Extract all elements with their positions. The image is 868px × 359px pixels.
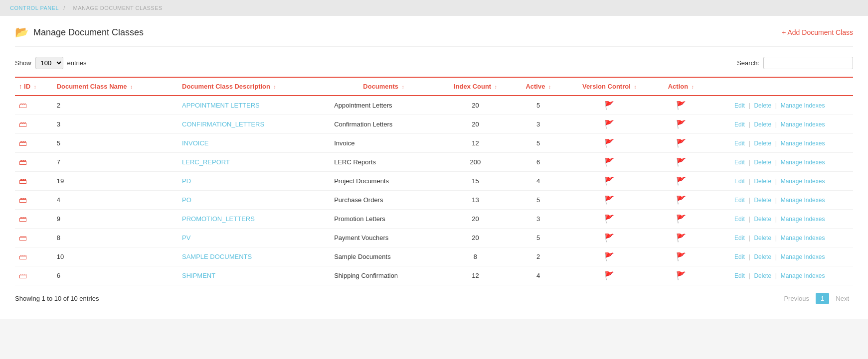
doc-class-name-link[interactable]: CONFIRMATION_LETTERS bbox=[182, 120, 264, 128]
cell-action: Edit | Delete | Manage Indexes bbox=[706, 266, 854, 285]
edit-link[interactable]: Edit bbox=[734, 272, 745, 279]
edit-link[interactable]: Edit bbox=[734, 159, 745, 166]
sort-active-icon: ↕ bbox=[548, 84, 551, 90]
page-header: 📂 Manage Document Classes + Add Document… bbox=[15, 26, 853, 47]
doc-class-name-link[interactable]: LERC_REPORT bbox=[182, 158, 230, 166]
table-row: 🗃4POPurchase Orders135🚩🚩 Edit | Delete |… bbox=[15, 191, 853, 210]
breadcrumb-current: MANAGE DOCUMENT CLASSES bbox=[73, 5, 162, 11]
sep1: | bbox=[748, 196, 750, 204]
edit-link[interactable]: Edit bbox=[734, 253, 745, 260]
sort-docs-icon: ↕ bbox=[402, 84, 404, 90]
cell-id: 4 bbox=[53, 191, 178, 210]
delete-link[interactable]: Delete bbox=[754, 272, 771, 279]
manage-indexes-link[interactable]: Manage Indexes bbox=[781, 216, 825, 223]
col-header-documents[interactable]: Documents ↕ bbox=[330, 77, 437, 96]
edit-link[interactable]: Edit bbox=[734, 216, 745, 223]
col-header-active[interactable]: Active ↕ bbox=[514, 77, 563, 96]
entries-select[interactable]: 10 25 50 100 bbox=[35, 57, 63, 69]
edit-link[interactable]: Edit bbox=[734, 235, 745, 241]
doc-class-name-link[interactable]: SHIPMENT bbox=[182, 272, 215, 279]
next-page-button[interactable]: Next bbox=[832, 293, 853, 304]
table-row: 🗃5INVOICEInvoice125🚩🚩 Edit | Delete | Ma… bbox=[15, 134, 853, 153]
search-input[interactable] bbox=[763, 57, 853, 69]
doc-class-name-link[interactable]: PO bbox=[182, 196, 191, 204]
delete-link[interactable]: Delete bbox=[754, 121, 771, 128]
sep2: | bbox=[775, 177, 777, 185]
delete-link[interactable]: Delete bbox=[754, 102, 771, 109]
version-control-flag-icon: 🚩 bbox=[676, 176, 686, 186]
edit-link[interactable]: Edit bbox=[734, 102, 745, 109]
edit-link[interactable]: Edit bbox=[734, 140, 745, 147]
col-header-index-count[interactable]: Index Count ↕ bbox=[437, 77, 514, 96]
table-row: 🗃10SAMPLE DOCUMENTSSample Documents82🚩🚩 … bbox=[15, 247, 853, 266]
cell-index-count: 5 bbox=[514, 229, 563, 247]
version-control-flag-icon: 🚩 bbox=[676, 101, 686, 110]
active-flag-icon: 🚩 bbox=[604, 233, 614, 242]
manage-indexes-link[interactable]: Manage Indexes bbox=[781, 235, 825, 241]
manage-indexes-link[interactable]: Manage Indexes bbox=[781, 197, 825, 204]
cell-description: Payment Vouchers bbox=[330, 229, 437, 247]
page-1-button[interactable]: 1 bbox=[816, 293, 829, 304]
sort-name-icon: ↕ bbox=[130, 84, 133, 90]
cell-id: 3 bbox=[53, 115, 178, 134]
sep1: | bbox=[748, 272, 750, 279]
doc-class-name-link[interactable]: PROMOTION_LETTERS bbox=[182, 215, 255, 223]
col-header-description[interactable]: Document Class Description ↕ bbox=[178, 77, 330, 96]
cell-index-count: 5 bbox=[514, 191, 563, 210]
manage-indexes-link[interactable]: Manage Indexes bbox=[781, 159, 825, 166]
col-header-version-control[interactable]: Version Control ↕ bbox=[563, 77, 656, 96]
delete-link[interactable]: Delete bbox=[754, 178, 771, 185]
active-flag-icon: 🚩 bbox=[604, 138, 614, 148]
db-icon: 🗃 bbox=[19, 215, 27, 223]
cell-documents: 13 bbox=[437, 191, 514, 210]
cell-description: Promotion Letters bbox=[330, 210, 437, 229]
col-header-name[interactable]: Document Class Name ↕ bbox=[53, 77, 178, 96]
previous-page-button[interactable]: Previous bbox=[780, 293, 813, 304]
manage-indexes-link[interactable]: Manage Indexes bbox=[781, 140, 825, 147]
edit-link[interactable]: Edit bbox=[734, 121, 745, 128]
cell-documents: 20 bbox=[437, 115, 514, 134]
edit-link[interactable]: Edit bbox=[734, 178, 745, 185]
cell-id: 19 bbox=[53, 172, 178, 191]
table-header-row: ↑ ID ↕ Document Class Name ↕ Document Cl… bbox=[15, 77, 853, 96]
cell-action: Edit | Delete | Manage Indexes bbox=[706, 115, 854, 134]
cell-index-count: 5 bbox=[514, 96, 563, 115]
delete-link[interactable]: Delete bbox=[754, 197, 771, 204]
manage-indexes-link[interactable]: Manage Indexes bbox=[781, 178, 825, 185]
manage-indexes-link[interactable]: Manage Indexes bbox=[781, 272, 825, 279]
doc-class-name-link[interactable]: PV bbox=[182, 234, 190, 241]
main-content: 📂 Manage Document Classes + Add Document… bbox=[0, 16, 868, 319]
doc-class-name-link[interactable]: PD bbox=[182, 177, 191, 185]
cell-action: Edit | Delete | Manage Indexes bbox=[706, 210, 854, 229]
breadcrumb-home[interactable]: CONTROL PANEL bbox=[10, 5, 59, 11]
manage-indexes-link[interactable]: Manage Indexes bbox=[781, 253, 825, 260]
delete-link[interactable]: Delete bbox=[754, 235, 771, 241]
cell-description: Invoice bbox=[330, 134, 437, 153]
cell-documents: 12 bbox=[437, 134, 514, 153]
table-controls: Show 10 25 50 100 entries Search: bbox=[15, 57, 853, 69]
sep2: | bbox=[775, 215, 777, 223]
table-row: 🗃6SHIPMENTShipping Confirmation124🚩🚩 Edi… bbox=[15, 266, 853, 285]
delete-link[interactable]: Delete bbox=[754, 140, 771, 147]
cell-index-count: 2 bbox=[514, 247, 563, 266]
doc-class-name-link[interactable]: SAMPLE DOCUMENTS bbox=[182, 253, 252, 260]
version-control-flag-icon: 🚩 bbox=[676, 252, 686, 261]
cell-description: Sample Documents bbox=[330, 247, 437, 266]
edit-link[interactable]: Edit bbox=[734, 197, 745, 204]
document-classes-table: ↑ ID ↕ Document Class Name ↕ Document Cl… bbox=[15, 77, 853, 285]
delete-link[interactable]: Delete bbox=[754, 216, 771, 223]
delete-link[interactable]: Delete bbox=[754, 253, 771, 260]
col-header-id[interactable]: ↑ ID ↕ bbox=[15, 77, 53, 96]
col-header-action[interactable]: Action ↕ bbox=[656, 77, 706, 96]
delete-link[interactable]: Delete bbox=[754, 159, 771, 166]
db-icon: 🗃 bbox=[19, 177, 27, 185]
active-flag-icon: 🚩 bbox=[604, 176, 614, 186]
manage-indexes-link[interactable]: Manage Indexes bbox=[781, 121, 825, 128]
cell-action: Edit | Delete | Manage Indexes bbox=[706, 229, 854, 247]
cell-id: 8 bbox=[53, 229, 178, 247]
manage-indexes-link[interactable]: Manage Indexes bbox=[781, 102, 825, 109]
doc-class-name-link[interactable]: APPOINTMENT LETTERS bbox=[182, 102, 260, 109]
doc-class-name-link[interactable]: INVOICE bbox=[182, 139, 208, 147]
add-document-class-button[interactable]: + Add Document Class bbox=[782, 28, 853, 36]
search-area: Search: bbox=[737, 57, 853, 69]
